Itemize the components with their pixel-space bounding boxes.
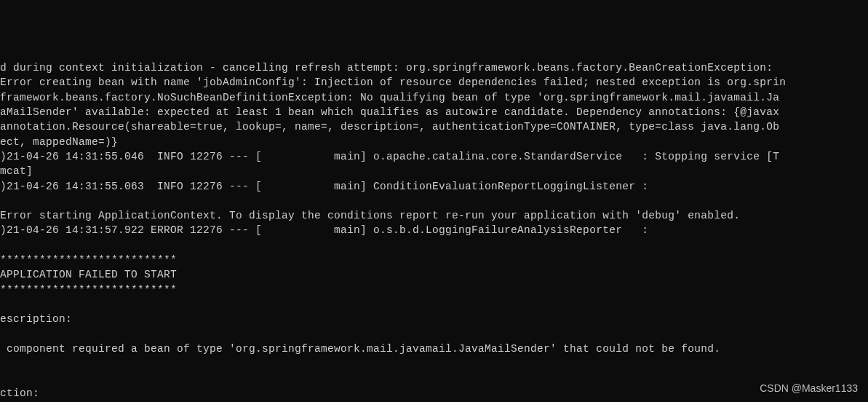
log-line: )21-04-26 14:31:55.046 INFO 12276 --- [ … bbox=[0, 151, 779, 162]
log-line: APPLICATION FAILED TO START bbox=[0, 269, 177, 280]
log-line: )21-04-26 14:31:57.922 ERROR 12276 --- [… bbox=[0, 224, 648, 236]
log-line: framework.beans.factory.NoSuchBeanDefini… bbox=[0, 92, 779, 103]
log-line: annotation.Resource(shareable=true, look… bbox=[0, 121, 779, 133]
log-line: d during context initialization - cancel… bbox=[0, 62, 773, 74]
watermark: CSDN @Masker1133 bbox=[760, 382, 858, 396]
log-line: mcat] bbox=[0, 165, 33, 177]
log-line: )21-04-26 14:31:55.063 INFO 12276 --- [ … bbox=[0, 181, 648, 192]
log-line: ction: bbox=[0, 387, 39, 399]
log-line: ect, mappedName=)} bbox=[0, 136, 118, 148]
console-output: d during context initialization - cancel… bbox=[0, 60, 868, 402]
log-line: *************************** bbox=[0, 284, 177, 296]
log-line: *************************** bbox=[0, 254, 177, 266]
log-line: aMailSender' available: expected at leas… bbox=[0, 106, 779, 118]
log-line: escription: bbox=[0, 313, 72, 325]
log-line: Error starting ApplicationContext. To di… bbox=[0, 210, 740, 221]
log-line: Error creating bean with name 'jobAdminC… bbox=[0, 76, 786, 88]
log-line: component required a bean of type 'org.s… bbox=[0, 343, 720, 355]
